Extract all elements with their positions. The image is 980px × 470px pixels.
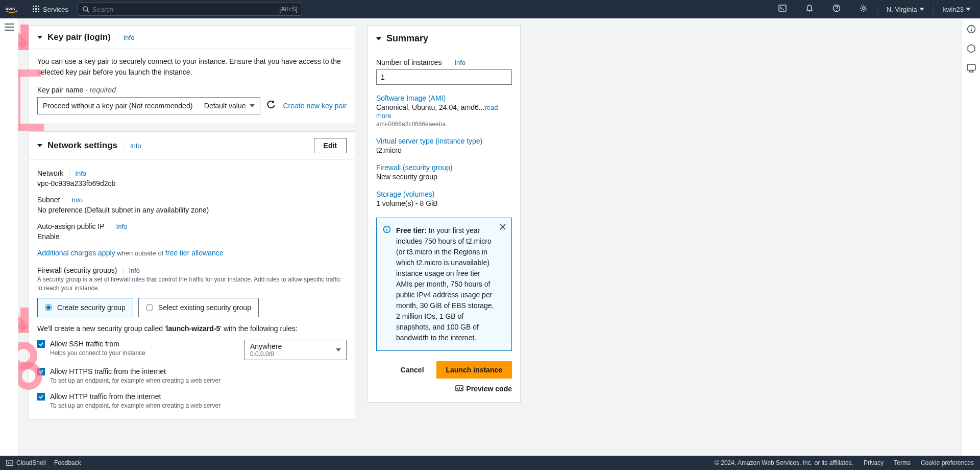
- firewall-info-link[interactable]: Info: [123, 267, 140, 274]
- search-input[interactable]: [89, 6, 279, 13]
- subnet-info-link[interactable]: Info: [66, 196, 83, 204]
- checkbox-https[interactable]: [37, 368, 45, 375]
- refresh-icon[interactable]: [266, 101, 277, 111]
- svg-text:aws: aws: [6, 6, 15, 11]
- https-label: Allow HTTPS traffic from the internet: [50, 367, 220, 375]
- create-keypair-link[interactable]: Create new key pair: [283, 102, 347, 110]
- hexagon-icon[interactable]: [967, 44, 976, 55]
- svg-point-16: [862, 7, 865, 10]
- network-header[interactable]: Network settings Info Edit: [29, 132, 355, 160]
- feedback-link[interactable]: Feedback: [54, 459, 81, 466]
- checkbox-ssh[interactable]: [37, 340, 45, 348]
- region-selector[interactable]: N. Virginia: [887, 6, 924, 13]
- ssh-source-select[interactable]: Anywhere 0.0.0.0/0: [244, 340, 347, 360]
- user-menu[interactable]: kwin23: [943, 6, 971, 13]
- freetier-link[interactable]: free tier allowance: [165, 249, 224, 257]
- caret-down-icon: [376, 37, 381, 40]
- allow-ssh-row: Allow SSH traffic from Helps you connect…: [37, 340, 347, 360]
- summary-title: Summary: [386, 33, 428, 44]
- bottom-bar: CloudShell Feedback © 2024, Amazon Web S…: [0, 456, 980, 470]
- network-info-link[interactable]: Info: [69, 170, 86, 177]
- svg-rect-6: [38, 8, 39, 10]
- caret-down-icon: [37, 36, 42, 39]
- notifications-icon[interactable]: [805, 4, 814, 14]
- firewall-help: A security group is a set of firewall ru…: [37, 275, 347, 293]
- http-label: Allow HTTP traffic from the internet: [50, 392, 220, 401]
- storage-value: 1 volume(s) - 8 GiB: [376, 199, 512, 207]
- num-instances-input[interactable]: [376, 69, 512, 85]
- search-icon: [82, 6, 89, 13]
- summary-panel: Summary Number of instances Info Softwar…: [368, 26, 521, 403]
- additional-charges-link[interactable]: Additional charges apply: [37, 249, 115, 257]
- radio-existing-sg[interactable]: Select existing security group: [138, 298, 259, 317]
- ssh-label: Allow SSH traffic from: [50, 340, 145, 348]
- autoip-label: Auto-assign public IP Info: [37, 222, 347, 230]
- topbar-right: N. Virginia kwin23: [778, 4, 971, 14]
- free-tier-info: Free tier: In your first year includes 7…: [376, 218, 512, 351]
- right-rail: [962, 18, 980, 456]
- launch-instance-button[interactable]: Launch instance: [436, 361, 512, 379]
- search-wrap: [Alt+S]: [78, 3, 302, 16]
- aws-logo[interactable]: aws: [4, 5, 22, 14]
- edit-button[interactable]: Edit: [314, 138, 347, 153]
- cookie-link[interactable]: Cookie preferences: [921, 459, 974, 466]
- page-scroll[interactable]: Key pair (login) Info You can use a key …: [18, 18, 962, 456]
- svg-rect-33: [7, 460, 13, 466]
- services-label: Services: [43, 6, 68, 13]
- ami-value: Canonical, Ubuntu, 24.04, amd6...read mo…: [376, 103, 512, 120]
- checkbox-http[interactable]: [37, 393, 45, 401]
- top-nav: aws Services [Alt+S] N. Virginia kwin23: [0, 0, 980, 18]
- num-info-link[interactable]: Info: [449, 59, 465, 66]
- chevron-down-icon: [919, 8, 924, 11]
- firewall-label: Firewall (security groups) Info: [37, 266, 347, 274]
- svg-point-29: [386, 227, 387, 228]
- svg-rect-1: [33, 6, 34, 7]
- search-shortcut: [Alt+S]: [279, 6, 298, 13]
- svg-point-22: [971, 27, 972, 28]
- search-box[interactable]: [Alt+S]: [78, 3, 302, 16]
- cloudshell-button[interactable]: CloudShell: [6, 459, 46, 466]
- preview-code-button[interactable]: Preview code: [376, 385, 512, 393]
- keypair-header[interactable]: Key pair (login) Info: [29, 26, 355, 49]
- ssh-help: Helps you connect to your instance: [50, 349, 145, 358]
- left-rail: [0, 18, 18, 456]
- svg-rect-8: [35, 11, 37, 12]
- info-icon: [383, 225, 391, 343]
- keypair-selected-value: Proceed without a key pair (Not recommen…: [43, 102, 192, 110]
- radio-create-sg[interactable]: Create security group: [37, 298, 133, 317]
- hamburger-icon[interactable]: [5, 24, 14, 456]
- free-tier-text: Free tier: In your first year includes 7…: [396, 225, 504, 343]
- cancel-button[interactable]: Cancel: [396, 362, 429, 378]
- svg-rect-2: [35, 6, 37, 7]
- keypair-info-link[interactable]: Info: [118, 34, 135, 41]
- privacy-link[interactable]: Privacy: [864, 459, 884, 466]
- network-title: Network settings: [47, 140, 117, 151]
- storage-link[interactable]: Storage (volumes): [376, 190, 512, 198]
- info-panel-icon[interactable]: [967, 25, 976, 36]
- codewhisperer-icon[interactable]: [967, 63, 976, 75]
- summary-header[interactable]: Summary: [368, 26, 520, 51]
- keypair-select[interactable]: Proceed without a key pair (Not recommen…: [37, 97, 260, 114]
- autoip-info-link[interactable]: Info: [111, 223, 128, 230]
- network-value: vpc-0c939a233fb69d2cb: [37, 179, 347, 187]
- grid-icon: [33, 6, 40, 13]
- network-info-link[interactable]: Info: [125, 142, 141, 150]
- svg-rect-9: [38, 11, 39, 12]
- firewall-link[interactable]: Firewall (security group): [376, 163, 512, 172]
- chevron-down-icon: [336, 348, 341, 351]
- terms-link[interactable]: Terms: [894, 459, 911, 466]
- svg-point-10: [83, 7, 88, 11]
- network-panel: Network settings Info Edit Network Info …: [29, 131, 355, 419]
- ami-link[interactable]: Software Image (AMI): [376, 94, 512, 102]
- help-icon[interactable]: [832, 4, 841, 14]
- keypair-title: Key pair (login): [47, 32, 111, 42]
- radio-icon: [45, 304, 52, 311]
- sg-create-note: We'll create a new security group called…: [37, 324, 347, 333]
- instance-type-value: t2.micro: [376, 146, 512, 154]
- svg-rect-5: [35, 8, 37, 10]
- settings-icon[interactable]: [860, 4, 868, 14]
- services-menu[interactable]: Services: [29, 3, 72, 16]
- cloudshell-icon[interactable]: [778, 4, 787, 14]
- instance-type-link[interactable]: Virtual server type (instance type): [376, 137, 512, 145]
- close-icon[interactable]: [499, 223, 506, 232]
